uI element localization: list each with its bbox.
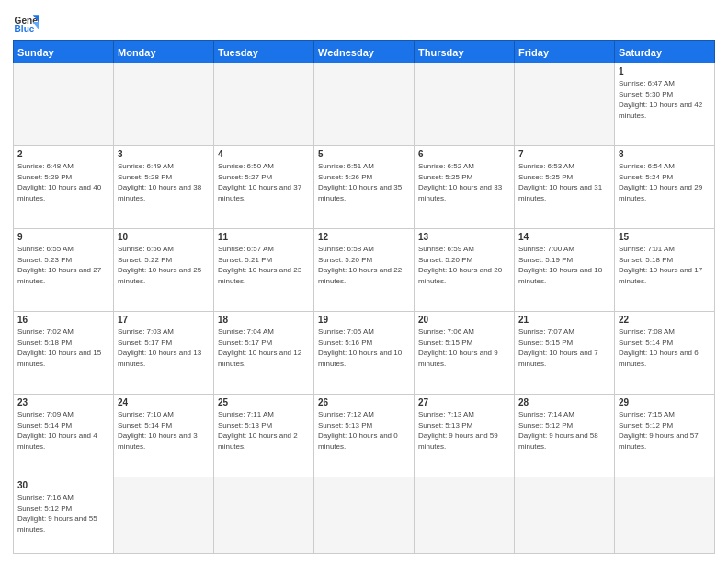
day-number: 15 [619, 232, 711, 242]
day-info: Sunrise: 6:52 AM Sunset: 5:25 PM Dayligh… [418, 161, 510, 203]
calendar-header-wednesday: Wednesday [314, 41, 415, 63]
day-number: 28 [518, 397, 610, 408]
calendar-cell: 4Sunrise: 6:50 AM Sunset: 5:27 PM Daylig… [214, 146, 314, 229]
day-number: 24 [118, 397, 210, 408]
calendar-cell [114, 63, 214, 146]
day-info: Sunrise: 7:01 AM Sunset: 5:18 PM Dayligh… [619, 244, 711, 286]
calendar-cell [314, 63, 415, 146]
calendar-cell [314, 477, 415, 554]
day-info: Sunrise: 6:59 AM Sunset: 5:20 PM Dayligh… [418, 244, 510, 286]
page: General Blue SundayMondayTuesdayWednesda… [0, 0, 728, 563]
calendar-cell [214, 477, 314, 554]
day-number: 7 [518, 149, 610, 159]
day-number: 9 [17, 232, 109, 242]
day-info: Sunrise: 7:16 AM Sunset: 5:12 PM Dayligh… [17, 492, 109, 534]
calendar-week-row: 9Sunrise: 6:55 AM Sunset: 5:23 PM Daylig… [14, 229, 715, 312]
calendar-cell: 19Sunrise: 7:05 AM Sunset: 5:16 PM Dayli… [314, 312, 415, 395]
day-info: Sunrise: 7:13 AM Sunset: 5:13 PM Dayligh… [418, 409, 510, 452]
calendar-cell: 12Sunrise: 6:58 AM Sunset: 5:20 PM Dayli… [314, 229, 415, 312]
calendar-cell: 1Sunrise: 6:47 AM Sunset: 5:30 PM Daylig… [615, 63, 715, 146]
calendar-cell: 2Sunrise: 6:48 AM Sunset: 5:29 PM Daylig… [14, 146, 114, 229]
day-info: Sunrise: 7:00 AM Sunset: 5:19 PM Dayligh… [518, 244, 610, 286]
day-number: 25 [218, 397, 310, 408]
calendar-cell: 5Sunrise: 6:51 AM Sunset: 5:26 PM Daylig… [314, 146, 415, 229]
calendar-cell: 24Sunrise: 7:10 AM Sunset: 5:14 PM Dayli… [114, 395, 214, 477]
calendar-cell [214, 63, 314, 146]
day-info: Sunrise: 6:55 AM Sunset: 5:23 PM Dayligh… [17, 244, 109, 286]
calendar-cell [515, 63, 615, 146]
calendar-cell: 15Sunrise: 7:01 AM Sunset: 5:18 PM Dayli… [615, 229, 715, 312]
calendar-cell: 21Sunrise: 7:07 AM Sunset: 5:15 PM Dayli… [515, 312, 615, 395]
calendar-header-tuesday: Tuesday [214, 41, 314, 63]
calendar-cell: 27Sunrise: 7:13 AM Sunset: 5:13 PM Dayli… [415, 395, 515, 477]
svg-text:Blue: Blue [15, 24, 35, 34]
calendar-week-row: 30Sunrise: 7:16 AM Sunset: 5:12 PM Dayli… [14, 477, 715, 554]
calendar-header-thursday: Thursday [415, 41, 515, 63]
calendar-header-saturday: Saturday [615, 41, 715, 63]
day-number: 11 [218, 232, 310, 242]
calendar-cell: 30Sunrise: 7:16 AM Sunset: 5:12 PM Dayli… [14, 477, 114, 554]
calendar-week-row: 16Sunrise: 7:02 AM Sunset: 5:18 PM Dayli… [14, 312, 715, 395]
day-number: 18 [218, 315, 310, 325]
day-info: Sunrise: 6:48 AM Sunset: 5:29 PM Dayligh… [17, 161, 109, 203]
day-info: Sunrise: 7:15 AM Sunset: 5:12 PM Dayligh… [619, 409, 711, 452]
calendar-cell [14, 63, 114, 146]
day-number: 3 [118, 149, 210, 159]
day-number: 27 [418, 397, 510, 408]
day-info: Sunrise: 7:05 AM Sunset: 5:16 PM Dayligh… [318, 327, 410, 369]
day-number: 5 [318, 149, 410, 159]
day-number: 13 [418, 232, 510, 242]
day-info: Sunrise: 7:14 AM Sunset: 5:12 PM Dayligh… [518, 409, 610, 452]
calendar-header-monday: Monday [114, 41, 214, 63]
day-number: 29 [619, 397, 711, 408]
day-info: Sunrise: 7:03 AM Sunset: 5:17 PM Dayligh… [118, 327, 210, 369]
calendar-header-row: SundayMondayTuesdayWednesdayThursdayFrid… [14, 41, 715, 63]
calendar-cell: 23Sunrise: 7:09 AM Sunset: 5:14 PM Dayli… [14, 395, 114, 477]
day-number: 10 [118, 232, 210, 242]
day-info: Sunrise: 6:57 AM Sunset: 5:21 PM Dayligh… [218, 244, 310, 286]
calendar-cell: 13Sunrise: 6:59 AM Sunset: 5:20 PM Dayli… [415, 229, 515, 312]
calendar-cell: 6Sunrise: 6:52 AM Sunset: 5:25 PM Daylig… [415, 146, 515, 229]
calendar-cell: 8Sunrise: 6:54 AM Sunset: 5:24 PM Daylig… [615, 146, 715, 229]
calendar-cell: 22Sunrise: 7:08 AM Sunset: 5:14 PM Dayli… [615, 312, 715, 395]
calendar-cell: 10Sunrise: 6:56 AM Sunset: 5:22 PM Dayli… [114, 229, 214, 312]
day-info: Sunrise: 7:11 AM Sunset: 5:13 PM Dayligh… [218, 409, 310, 452]
calendar-cell: 3Sunrise: 6:49 AM Sunset: 5:28 PM Daylig… [114, 146, 214, 229]
day-info: Sunrise: 7:10 AM Sunset: 5:14 PM Dayligh… [118, 409, 210, 452]
day-info: Sunrise: 7:09 AM Sunset: 5:14 PM Dayligh… [17, 409, 109, 452]
day-number: 2 [17, 149, 109, 159]
calendar-cell [415, 63, 515, 146]
day-number: 23 [17, 397, 109, 408]
day-info: Sunrise: 6:49 AM Sunset: 5:28 PM Dayligh… [118, 161, 210, 203]
calendar-cell: 16Sunrise: 7:02 AM Sunset: 5:18 PM Dayli… [14, 312, 114, 395]
day-number: 20 [418, 315, 510, 325]
day-number: 6 [418, 149, 510, 159]
calendar-week-row: 23Sunrise: 7:09 AM Sunset: 5:14 PM Dayli… [14, 395, 715, 477]
day-number: 19 [318, 315, 410, 325]
header: General Blue [13, 9, 715, 35]
day-info: Sunrise: 6:54 AM Sunset: 5:24 PM Dayligh… [619, 161, 711, 203]
calendar-cell: 7Sunrise: 6:53 AM Sunset: 5:25 PM Daylig… [515, 146, 615, 229]
calendar-cell [615, 477, 715, 554]
day-info: Sunrise: 7:08 AM Sunset: 5:14 PM Dayligh… [619, 327, 711, 369]
calendar-cell: 29Sunrise: 7:15 AM Sunset: 5:12 PM Dayli… [615, 395, 715, 477]
day-info: Sunrise: 7:06 AM Sunset: 5:15 PM Dayligh… [418, 327, 510, 369]
day-info: Sunrise: 7:02 AM Sunset: 5:18 PM Dayligh… [17, 327, 109, 369]
logo: General Blue [13, 9, 39, 35]
calendar-cell: 28Sunrise: 7:14 AM Sunset: 5:12 PM Dayli… [515, 395, 615, 477]
day-info: Sunrise: 6:56 AM Sunset: 5:22 PM Dayligh… [118, 244, 210, 286]
calendar-cell [515, 477, 615, 554]
calendar-cell [114, 477, 214, 554]
day-number: 21 [518, 315, 610, 325]
calendar-header-sunday: Sunday [14, 41, 114, 63]
day-number: 16 [17, 315, 109, 325]
day-info: Sunrise: 6:58 AM Sunset: 5:20 PM Dayligh… [318, 244, 410, 286]
day-number: 4 [218, 149, 310, 159]
calendar-week-row: 2Sunrise: 6:48 AM Sunset: 5:29 PM Daylig… [14, 146, 715, 229]
day-number: 26 [318, 397, 410, 408]
day-info: Sunrise: 7:04 AM Sunset: 5:17 PM Dayligh… [218, 327, 310, 369]
calendar-week-row: 1Sunrise: 6:47 AM Sunset: 5:30 PM Daylig… [14, 63, 715, 146]
day-info: Sunrise: 6:47 AM Sunset: 5:30 PM Dayligh… [619, 78, 711, 121]
day-number: 1 [619, 66, 711, 76]
calendar-cell: 26Sunrise: 7:12 AM Sunset: 5:13 PM Dayli… [314, 395, 415, 477]
